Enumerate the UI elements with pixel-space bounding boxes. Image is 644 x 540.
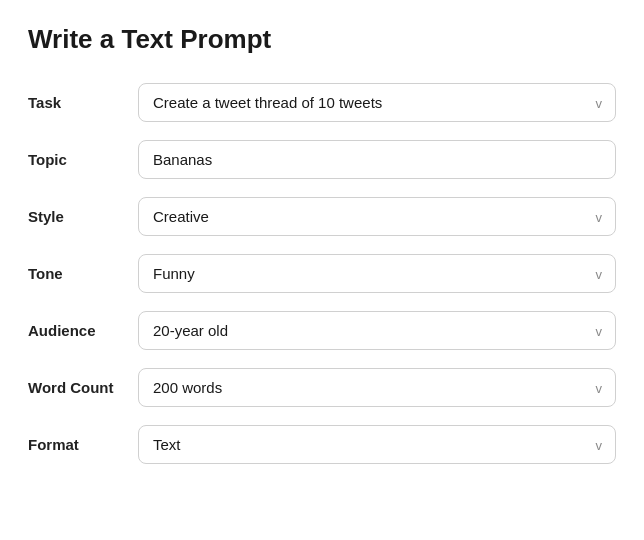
select-wrapper-tone: FunnySeriousNeutralInspirational (138, 254, 616, 293)
form-row-format: FormatTextHTMLMarkdownJSON (28, 425, 616, 464)
form-container: TaskCreate a tweet thread of 10 tweetsWr… (28, 83, 616, 464)
control-tone: FunnySeriousNeutralInspirational (138, 254, 616, 293)
select-word-count[interactable]: 100 words200 words300 words500 words1000… (138, 368, 616, 407)
select-wrapper-word-count: 100 words200 words300 words500 words1000… (138, 368, 616, 407)
form-row-word-count: Word Count100 words200 words300 words500… (28, 368, 616, 407)
label-tone: Tone (28, 264, 138, 284)
label-audience: Audience (28, 321, 138, 341)
select-wrapper-format: TextHTMLMarkdownJSON (138, 425, 616, 464)
control-style: CreativeFormalCasualProfessional (138, 197, 616, 236)
label-word-count: Word Count (28, 378, 138, 398)
control-format: TextHTMLMarkdownJSON (138, 425, 616, 464)
control-topic (138, 140, 616, 179)
select-tone[interactable]: FunnySeriousNeutralInspirational (138, 254, 616, 293)
form-row-tone: ToneFunnySeriousNeutralInspirational (28, 254, 616, 293)
select-audience[interactable]: 20-year oldChildrenTeenagersAdultsSenior… (138, 311, 616, 350)
label-style: Style (28, 207, 138, 227)
select-wrapper-audience: 20-year oldChildrenTeenagersAdultsSenior… (138, 311, 616, 350)
form-row-topic: Topic (28, 140, 616, 179)
form-row-task: TaskCreate a tweet thread of 10 tweetsWr… (28, 83, 616, 122)
label-topic: Topic (28, 150, 138, 170)
select-task[interactable]: Create a tweet thread of 10 tweetsWrite … (138, 83, 616, 122)
select-wrapper-task: Create a tweet thread of 10 tweetsWrite … (138, 83, 616, 122)
input-topic[interactable] (138, 140, 616, 179)
control-task: Create a tweet thread of 10 tweetsWrite … (138, 83, 616, 122)
label-format: Format (28, 435, 138, 455)
select-style[interactable]: CreativeFormalCasualProfessional (138, 197, 616, 236)
form-row-style: StyleCreativeFormalCasualProfessional (28, 197, 616, 236)
select-format[interactable]: TextHTMLMarkdownJSON (138, 425, 616, 464)
label-task: Task (28, 93, 138, 113)
form-row-audience: Audience20-year oldChildrenTeenagersAdul… (28, 311, 616, 350)
control-word-count: 100 words200 words300 words500 words1000… (138, 368, 616, 407)
page-title: Write a Text Prompt (28, 24, 616, 55)
control-audience: 20-year oldChildrenTeenagersAdultsSenior… (138, 311, 616, 350)
select-wrapper-style: CreativeFormalCasualProfessional (138, 197, 616, 236)
